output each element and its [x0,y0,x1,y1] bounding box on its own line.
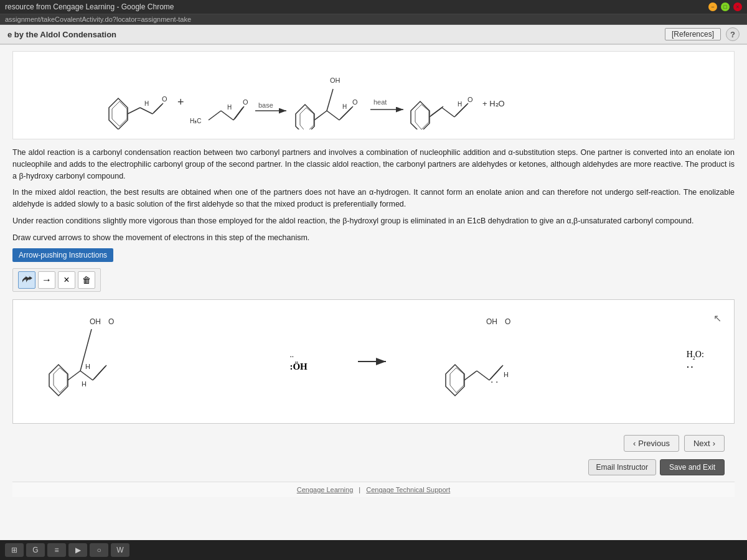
svg-line-60 [477,371,489,380]
drawing-area[interactable]: OH O H H ·· [12,299,735,424]
svg-text:OH: OH [486,317,497,326]
footer-separator: | [359,486,360,493]
svg-line-23 [314,111,327,120]
svg-marker-21 [296,105,314,129]
svg-text:+ H₂O: + H₂O [482,99,505,108]
drawing-toolbar: → × 🗑 [12,268,101,292]
next-chevron-icon: › [713,439,715,448]
svg-line-5 [154,103,163,113]
references-button[interactable]: [References] [665,28,721,40]
previous-chevron-icon: ‹ [633,439,636,448]
arrow-tool-icon[interactable] [18,271,35,289]
svg-text:O: O [243,98,248,106]
page-footer: Cengage Learning | Cengage Technical Sup… [12,482,735,497]
svg-text:O: O [352,98,358,106]
svg-text:H: H [342,103,347,110]
cengage-link[interactable]: Cengage Learning [297,486,354,493]
taskbar-item-2[interactable]: ≡ [47,543,66,557]
reactant-structure-svg: OH O H H [43,312,242,411]
svg-line-24 [327,111,339,120]
svg-line-25 [327,89,333,111]
svg-text:H: H [82,380,87,388]
product-structure-svg: OH O · · H [439,312,639,411]
straight-arrow-icon[interactable]: → [38,271,55,289]
svg-text:·: · [496,376,498,387]
svg-text:O: O [467,96,473,103]
taskbar-item-1[interactable]: G [26,543,45,557]
water-product-label: H2O: ·· [687,350,704,374]
svg-text:H: H [144,100,149,107]
reaction-arrow-svg [355,349,392,374]
address-bar: assignment/takeCovalentActivity.do?locat… [0,14,747,25]
svg-line-10 [209,111,221,120]
svg-line-50 [94,365,106,379]
svg-line-3 [140,108,153,114]
next-button[interactable]: Next › [684,435,725,452]
help-icon[interactable]: ? [726,27,740,41]
arrow-instructions-button[interactable]: Arrow-pushing Instructions [12,248,113,262]
taskbar-item-3[interactable]: ▶ [68,543,87,557]
svg-line-35 [442,108,454,117]
svg-text:H: H [504,371,509,378]
clear-tool-icon[interactable]: 🗑 [78,271,95,289]
paragraph-1: The aldol reaction is a carbonyl condens… [12,147,735,182]
svg-line-46 [68,371,80,380]
taskbar-item-4[interactable]: ○ [90,543,108,557]
svg-line-59 [464,371,477,380]
browser-controls: − □ × [708,2,742,11]
top-bar: e by the Aldol Condensation [References]… [0,25,747,45]
svg-line-2 [128,108,140,114]
reaction-svg-top: O H + H₃C O H base [93,61,654,129]
save-exit-button[interactable]: Save and Exit [660,459,725,475]
browser-title: resource from Cengage Learning - Google … [5,2,174,11]
content-area: O H + H₃C O H base [0,45,747,503]
reaction-diagram-top: O H + H₃C O H base [12,51,735,139]
page-title: e by the Aldol Condensation [7,30,116,39]
svg-text:+: + [177,96,184,108]
main-content: e by the Aldol Condensation [References]… [0,25,747,553]
svg-line-11 [221,111,233,120]
bottom-navigation: ‹ Previous Next › [12,431,735,455]
svg-text:H: H [85,363,90,370]
svg-text:OH: OH [330,77,341,84]
taskbar-start[interactable]: ⊞ [5,543,24,557]
support-link[interactable]: Cengage Technical Support [366,486,450,493]
svg-text:O: O [505,317,510,326]
previous-button[interactable]: ‹ Previous [624,435,679,452]
svg-line-36 [431,106,443,116]
maximize-button[interactable]: □ [721,2,730,11]
reagent-label: ·· :ÖH [289,352,307,372]
minimize-button[interactable]: − [708,2,717,11]
svg-text:base: base [258,101,273,109]
paragraph-3: Under reaction conditions slightly more … [12,215,735,227]
svg-line-13 [235,106,244,119]
svg-text:OH: OH [90,317,101,326]
taskbar-item-5[interactable]: W [111,543,129,557]
cursor-indicator: ↖ [713,312,721,324]
footer-buttons: Email Instructor Save and Exit [12,455,735,482]
svg-text:H: H [458,101,462,108]
paragraph-4: Draw curved arrows to show the movement … [12,232,735,244]
browser-chrome: resource from Cengage Learning - Google … [0,0,747,14]
svg-text:O: O [108,317,114,326]
svg-text:O: O [162,95,167,103]
oh-reagent: ·· :ÖH [289,352,307,372]
paragraph-2: In the mixed aldol reaction, the best re… [12,187,735,210]
close-button[interactable]: × [733,2,742,11]
delete-tool-icon[interactable]: × [58,271,75,289]
svg-text:H: H [227,104,232,111]
svg-text:H₃C: H₃C [190,118,201,124]
url-text: assignment/takeCovalentActivity.do?locat… [5,16,191,23]
svg-line-47 [80,371,93,380]
email-instructor-button[interactable]: Email Instructor [588,459,656,475]
taskbar: ⊞ G ≡ ▶ ○ W [0,540,747,560]
svg-text:heat: heat [374,98,387,106]
